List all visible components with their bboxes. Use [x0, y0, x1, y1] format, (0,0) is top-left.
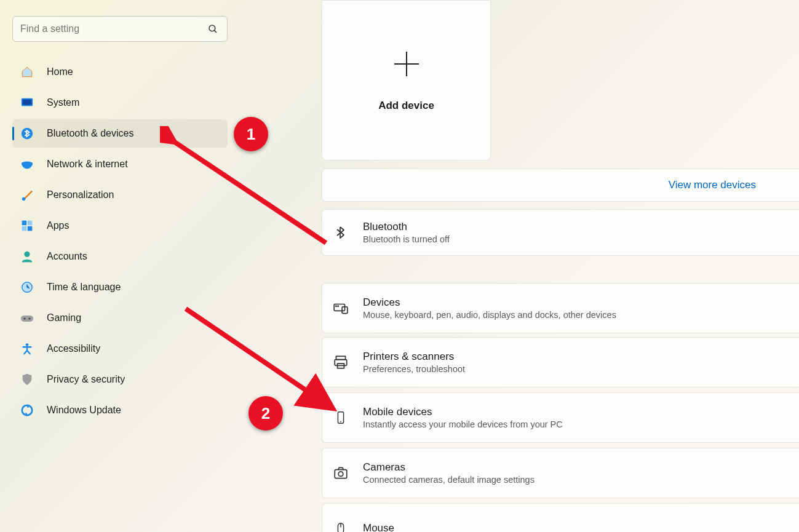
nav-item-network[interactable]: Network & internet — [12, 150, 228, 178]
system-icon — [20, 95, 34, 110]
row-devices[interactable]: Devices Mouse, keyboard, pen, audio, dis… — [322, 283, 799, 333]
sidebar: Home System Bluetooth & devices Network … — [0, 0, 235, 532]
row-title: Bluetooth — [363, 221, 450, 233]
nav-label: System — [47, 97, 79, 108]
nav-item-gaming[interactable]: Gaming — [12, 304, 228, 332]
svg-point-22 — [338, 306, 338, 306]
nav-item-apps[interactable]: Apps — [12, 212, 228, 240]
svg-rect-28 — [335, 470, 347, 478]
search-input[interactable] — [20, 23, 202, 34]
svg-point-14 — [29, 318, 31, 320]
row-subtitle: Connected cameras, default image setting… — [363, 475, 535, 485]
svg-rect-6 — [22, 221, 27, 226]
annotation-badge-2: 2 — [248, 396, 283, 431]
search-box[interactable] — [12, 16, 228, 42]
home-icon — [20, 65, 34, 79]
view-more-label: View more devices — [669, 179, 756, 191]
row-subtitle: Mouse, keyboard, pen, audio, displays an… — [363, 310, 616, 320]
add-device-label: Add device — [378, 100, 434, 112]
nav-item-accounts[interactable]: Accounts — [12, 242, 228, 271]
svg-point-0 — [209, 25, 215, 31]
nav: Home System Bluetooth & devices Network … — [12, 58, 228, 424]
nav-label: Gaming — [47, 312, 81, 324]
nav-label: Home — [47, 66, 73, 77]
row-mouse[interactable]: Mouse — [322, 503, 799, 532]
svg-rect-19 — [334, 304, 344, 311]
row-mobile-devices[interactable]: Mobile devices Instantly access your mob… — [322, 392, 799, 443]
nav-item-bluetooth-devices[interactable]: Bluetooth & devices — [12, 119, 228, 148]
nav-label: Accounts — [47, 251, 87, 262]
svg-line-1 — [214, 30, 217, 33]
brush-icon — [20, 188, 34, 202]
bluetooth-icon — [332, 224, 349, 241]
gamepad-icon — [20, 311, 34, 325]
nav-label: Windows Update — [47, 405, 121, 416]
mobile-icon — [332, 409, 349, 426]
svg-point-21 — [336, 306, 336, 306]
svg-rect-7 — [28, 221, 33, 226]
svg-rect-24 — [335, 360, 347, 366]
svg-point-29 — [338, 472, 343, 477]
nav-label: Personalization — [47, 189, 114, 200]
nav-label: Network & internet — [47, 159, 128, 170]
devices-icon — [332, 300, 349, 317]
row-cameras[interactable]: Cameras Connected cameras, default image… — [322, 448, 799, 498]
mouse-icon — [332, 520, 349, 532]
annotation-badge-1: 1 — [234, 117, 268, 151]
bluetooth-icon — [20, 126, 34, 141]
row-printers[interactable]: Printers & scanners Preferences, trouble… — [322, 337, 799, 387]
nav-item-accessibility[interactable]: Accessibility — [12, 335, 228, 363]
row-title: Mobile devices — [363, 406, 563, 418]
svg-rect-3 — [23, 100, 32, 105]
view-more-devices-link[interactable]: View more devices — [322, 169, 799, 202]
nav-item-personalization[interactable]: Personalization — [12, 181, 228, 209]
nav-label: Privacy & security — [47, 374, 125, 385]
svg-point-13 — [24, 318, 26, 320]
svg-rect-8 — [22, 226, 27, 231]
clock-icon — [20, 280, 34, 295]
row-subtitle: Instantly access your mobile devices fro… — [363, 419, 563, 429]
nav-item-system[interactable]: System — [12, 89, 228, 117]
svg-point-15 — [26, 343, 29, 346]
svg-rect-12 — [21, 316, 33, 322]
nav-item-time-language[interactable]: Time & language — [12, 273, 228, 301]
row-title: Cameras — [363, 461, 535, 474]
camera-icon — [332, 464, 349, 482]
main-content: Add device View more devices Bluetooth B… — [235, 0, 799, 532]
nav-item-privacy[interactable]: Privacy & security — [12, 365, 228, 394]
svg-point-5 — [22, 197, 26, 201]
svg-rect-9 — [28, 226, 33, 231]
update-icon — [20, 403, 34, 418]
row-bluetooth[interactable]: Bluetooth Bluetooth is turned off — [322, 209, 799, 256]
svg-point-10 — [24, 252, 30, 257]
nav-item-home[interactable]: Home — [12, 58, 228, 86]
row-title: Printers & scanners — [363, 351, 465, 363]
row-subtitle: Preferences, troubleshoot — [363, 364, 465, 374]
nav-label: Accessibility — [47, 343, 100, 354]
add-device-card[interactable]: Add device — [322, 0, 491, 161]
apps-icon — [20, 218, 34, 233]
plus-icon — [392, 49, 421, 79]
search-icon[interactable] — [202, 23, 223, 34]
accessibility-icon — [20, 341, 34, 356]
accounts-icon — [20, 249, 34, 264]
nav-item-windows-update[interactable]: Windows Update — [12, 396, 228, 424]
wifi-icon — [20, 157, 34, 172]
row-title: Devices — [363, 296, 616, 309]
row-title: Mouse — [363, 522, 394, 532]
row-subtitle: Bluetooth is turned off — [363, 234, 450, 244]
shield-icon — [20, 372, 34, 387]
nav-label: Bluetooth & devices — [47, 128, 133, 139]
printer-icon — [332, 354, 349, 371]
nav-label: Time & language — [47, 282, 121, 293]
nav-label: Apps — [47, 220, 69, 231]
